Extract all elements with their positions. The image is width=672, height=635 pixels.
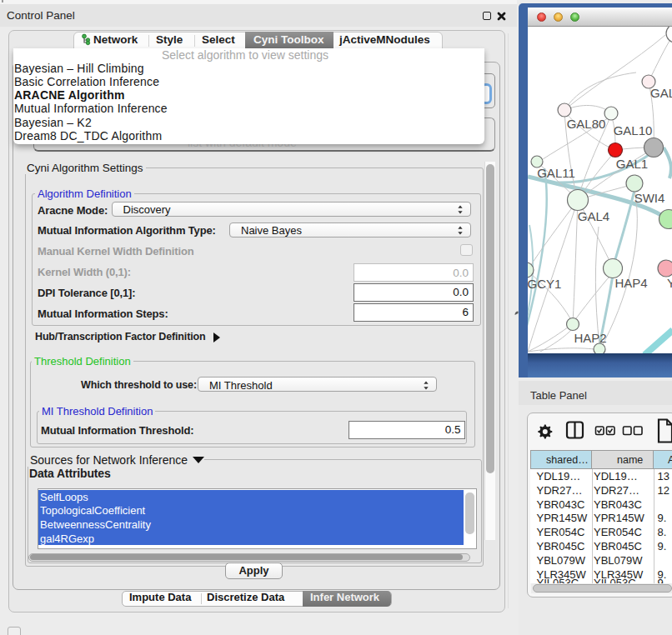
svg-text:HAP2: HAP2 — [574, 331, 606, 345]
svg-text:GAL80: GAL80 — [567, 117, 606, 131]
svg-text:GAL4: GAL4 — [578, 209, 609, 223]
svg-text:GCY1: GCY1 — [528, 277, 561, 291]
svg-text:GAL1: GAL1 — [616, 157, 648, 171]
svg-text:SWI4: SWI4 — [634, 191, 665, 205]
svg-text:GAL2: GAL2 — [650, 86, 672, 100]
svg-text:GAL11: GAL11 — [537, 166, 575, 180]
svg-text:HAP4: HAP4 — [614, 276, 647, 290]
svg-text:GAL10: GAL10 — [614, 123, 653, 138]
svg-text:YM: YM — [667, 276, 672, 290]
